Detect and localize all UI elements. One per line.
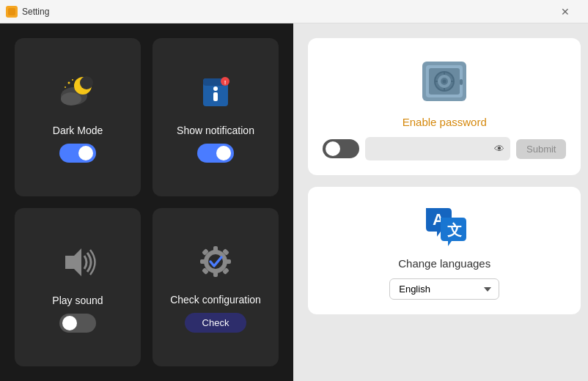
- svg-rect-12: [213, 92, 218, 101]
- svg-marker-15: [65, 248, 81, 276]
- play-sound-toggle-knob: [62, 316, 77, 330]
- close-button[interactable]: ✕: [548, 0, 582, 23]
- svg-point-32: [443, 80, 446, 84]
- svg-rect-21: [225, 259, 231, 264]
- show-notification-toggle[interactable]: [197, 144, 234, 163]
- svg-text:!: !: [224, 79, 227, 86]
- svg-rect-37: [460, 79, 463, 85]
- title-bar: Setting ✕: [0, 0, 588, 23]
- change-languages-label: Change languages: [398, 257, 490, 270]
- safe-icon: [419, 56, 470, 107]
- title-bar-title: Setting: [22, 7, 548, 17]
- password-row: 👁 Submit: [323, 137, 566, 160]
- check-button[interactable]: Check: [185, 313, 247, 333]
- svg-point-11: [213, 86, 218, 91]
- left-panel: Dark Mode ! Show notifica: [0, 23, 293, 381]
- main-content: Dark Mode ! Show notifica: [0, 23, 588, 381]
- check-configuration-label: Check configuration: [170, 294, 261, 306]
- show-notification-label: Show notification: [177, 125, 254, 136]
- password-input-wrapper: 👁: [365, 137, 510, 160]
- play-sound-card: Play sound: [15, 208, 141, 366]
- svg-rect-20: [200, 259, 206, 264]
- enable-password-label: Enable password: [403, 116, 487, 128]
- password-toggle[interactable]: [323, 139, 359, 158]
- dark-mode-card: Dark Mode: [15, 38, 141, 196]
- notification-icon: !: [196, 73, 235, 117]
- svg-rect-1: [8, 8, 15, 15]
- dark-mode-toggle[interactable]: [59, 144, 96, 163]
- dark-mode-label: Dark Mode: [53, 125, 103, 136]
- password-toggle-knob: [326, 141, 340, 156]
- show-notification-card: ! Show notification: [152, 38, 279, 196]
- play-sound-label: Play sound: [52, 295, 103, 306]
- svg-rect-18: [213, 246, 218, 252]
- sound-icon: [58, 243, 98, 287]
- eye-icon[interactable]: 👁: [494, 143, 504, 155]
- submit-button[interactable]: Submit: [516, 139, 566, 159]
- svg-point-8: [72, 79, 73, 81]
- password-input[interactable]: [371, 144, 494, 155]
- dark-mode-toggle-knob: [78, 146, 93, 160]
- app-icon: [6, 6, 18, 18]
- gear-check-icon: [196, 242, 235, 286]
- right-panel: Enable password 👁 Submit A: [293, 23, 588, 381]
- check-configuration-card: Check configuration Check: [152, 208, 279, 366]
- password-card: Enable password 👁 Submit: [308, 38, 581, 175]
- moon-icon: [58, 73, 98, 117]
- svg-rect-19: [213, 271, 218, 277]
- svg-point-6: [68, 81, 70, 84]
- play-sound-toggle[interactable]: [59, 314, 96, 333]
- svg-text:文: 文: [447, 222, 462, 238]
- svg-point-5: [80, 76, 93, 89]
- language-select[interactable]: EnglishFrenchSpanishGermanJapaneseChines…: [389, 278, 499, 300]
- translate-icon: A 文: [422, 204, 466, 248]
- svg-point-7: [65, 86, 66, 88]
- svg-point-3: [61, 92, 81, 106]
- show-notification-toggle-knob: [216, 146, 231, 160]
- language-card: A 文 Change languages EnglishFrenchSpanis…: [308, 187, 581, 314]
